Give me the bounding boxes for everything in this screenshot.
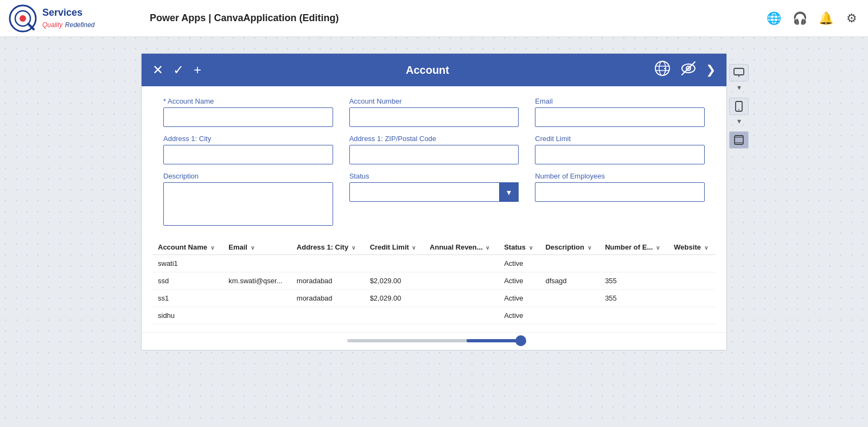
close-button[interactable]: ✕ (152, 63, 163, 77)
table-row[interactable]: sidhu Active (152, 307, 716, 324)
right-sidebar: ▾ ▾ (729, 64, 749, 149)
form-row-2: Address 1: City Address 1: ZIP/Postal Co… (163, 135, 705, 164)
table-body: swati1 Active ssd km.swati@qser... mora (152, 255, 716, 324)
col-annual-revenue[interactable]: Annual Reven... ∨ (424, 239, 499, 255)
col-description[interactable]: Description ∨ (540, 239, 599, 255)
cell-city: moradabad (291, 272, 365, 290)
credit-limit-label: Credit Limit (535, 135, 705, 143)
sidebar-desktop-btn[interactable] (729, 64, 749, 81)
svg-point-2 (20, 15, 26, 22)
cell-credit-limit (365, 255, 424, 272)
sidebar-tablet-btn[interactable] (729, 131, 749, 149)
form-group-credit-limit: Credit Limit (535, 135, 705, 164)
cell-city (291, 255, 365, 272)
city-label: Address 1: City (163, 135, 333, 143)
table-row[interactable]: ssd km.swati@qser... moradabad $2,029.00… (152, 272, 716, 290)
gear-icon[interactable]: ⚙ (844, 11, 859, 26)
zip-input[interactable] (349, 145, 519, 164)
cell-email (223, 290, 291, 307)
cell-website (668, 272, 716, 290)
credit-limit-input[interactable] (535, 145, 705, 164)
cell-description: dfsagd (540, 272, 599, 290)
headset-icon[interactable]: 🎧 (792, 11, 807, 26)
col-email[interactable]: Email ∨ (223, 239, 291, 255)
description-label: Description (163, 172, 333, 180)
cell-email: km.swati@qser... (223, 272, 291, 290)
account-number-input[interactable] (349, 107, 519, 127)
col-num-employees[interactable]: Number of E... ∨ (599, 239, 668, 255)
cell-website (668, 307, 716, 324)
cell-status: Active (499, 290, 540, 307)
form-group-account-number: Account Number (349, 97, 519, 127)
cell-annual-revenue (424, 290, 499, 307)
col-website[interactable]: Website ∨ (668, 239, 716, 255)
topbar: Services Quality Redefined Power Apps | … (0, 0, 868, 37)
cell-website (668, 290, 716, 307)
svg-rect-13 (734, 68, 744, 75)
bell-icon[interactable]: 🔔 (818, 11, 833, 26)
topbar-title: Power Apps | CanvaApplication (Editing) (139, 12, 766, 24)
col-status[interactable]: Status ∨ (499, 239, 540, 255)
status-label: Status (349, 172, 519, 180)
card-header-actions: ✕ ✓ + (152, 63, 201, 77)
description-input[interactable] (163, 182, 333, 226)
scrollbar-track[interactable] (347, 339, 521, 342)
topbar-icons: 🌐 🎧 🔔 ⚙ (766, 11, 859, 26)
cell-annual-revenue (424, 255, 499, 272)
cell-email (223, 255, 291, 272)
scrollbar-thumb[interactable] (467, 339, 521, 342)
add-button[interactable]: + (194, 63, 201, 77)
cell-account-name: swati1 (152, 255, 223, 272)
email-label: Email (535, 97, 705, 105)
globe-icon[interactable]: 🌐 (766, 11, 781, 26)
status-select[interactable]: Active Inactive (349, 182, 519, 202)
cell-city: moradabad (291, 290, 365, 307)
cell-num-employees: 355 (599, 290, 668, 307)
col-account-name[interactable]: Account Name ∨ (152, 239, 223, 255)
table-row[interactable]: ss1 moradabad $2,029.00 Active 355 (152, 290, 716, 307)
status-select-wrapper: Active Inactive ▾ (349, 182, 519, 202)
cell-annual-revenue (424, 272, 499, 290)
form-row-3: Description Status Active Inactive ▾ (163, 172, 705, 226)
globe-refresh-icon[interactable] (654, 60, 671, 80)
scroll-area (142, 332, 726, 350)
account-name-label: Account Name (163, 97, 333, 105)
employees-label: Number of Employees (535, 172, 705, 180)
form-group-email: Email (535, 97, 705, 127)
zip-label: Address 1: ZIP/Postal Code (349, 135, 519, 143)
cell-account-name: ss1 (152, 290, 223, 307)
next-button[interactable]: ❯ (706, 64, 716, 76)
form-row-1: Account Name Account Number Email (163, 97, 705, 127)
account-name-input[interactable] (163, 107, 333, 127)
logo-area: Services Quality Redefined (9, 4, 139, 33)
table-row[interactable]: swati1 Active (152, 255, 716, 272)
cell-status: Active (499, 307, 540, 324)
sidebar-mobile-btn[interactable] (729, 98, 749, 115)
cell-credit-limit (365, 307, 424, 324)
form-group-status: Status Active Inactive ▾ (349, 172, 519, 226)
form-area: Account Name Account Number Email Addres… (142, 86, 726, 239)
email-input[interactable] (535, 107, 705, 127)
svg-rect-18 (735, 136, 743, 144)
cell-annual-revenue (424, 307, 499, 324)
cell-website (668, 255, 716, 272)
cell-credit-limit: $2,029.00 (365, 290, 424, 307)
account-number-label: Account Number (349, 97, 519, 105)
col-city[interactable]: Address 1: City ∨ (291, 239, 365, 255)
logo-main: Services (42, 7, 95, 19)
preview-icon[interactable] (680, 60, 697, 80)
city-input[interactable] (163, 145, 333, 164)
cell-description (540, 255, 599, 272)
cell-credit-limit: $2,029.00 (365, 272, 424, 290)
chevron-down-mobile-icon: ▾ (729, 116, 749, 126)
confirm-button[interactable]: ✓ (173, 63, 184, 77)
cell-status: Active (499, 255, 540, 272)
logo-text: Services Quality Redefined (42, 7, 95, 29)
col-credit-limit[interactable]: Credit Limit ∨ (365, 239, 424, 255)
employees-input[interactable] (535, 182, 705, 202)
table-area: Account Name ∨ Email ∨ Address 1: City ∨… (142, 239, 726, 330)
chevron-down-desktop-icon: ▾ (729, 82, 749, 92)
scrollbar-handle[interactable] (515, 335, 526, 346)
cell-account-name: ssd (152, 272, 223, 290)
card-title: Account (201, 64, 654, 77)
